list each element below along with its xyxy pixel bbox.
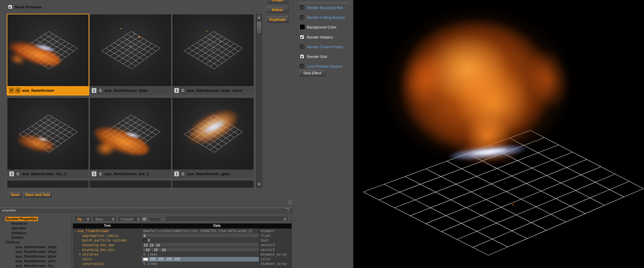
properties-toolbar: Up ▼ Back ▼ Forward ▼ Search: ▼	[73, 216, 292, 222]
save-and-test-button[interactable]: Save and Test	[23, 192, 52, 198]
duplicate-button[interactable]: Duplicate	[266, 16, 288, 23]
attribute-row[interactable]: +children 6 items element_array	[73, 252, 292, 257]
dropdown-arrow-icon[interactable]: ▼	[86, 217, 90, 221]
dropdown-arrow-icon[interactable]: ▼	[136, 217, 140, 221]
particle-preview-image	[7, 98, 89, 170]
tree-item-child[interactable]: asw_flamethrower_pilot	[0, 259, 71, 264]
attribute-row[interactable]: constraints 0 items element_array	[73, 262, 292, 266]
search-icon[interactable]	[142, 217, 147, 221]
viewport-3d[interactable]	[353, 0, 644, 268]
attribute-row[interactable]: aggregation radius 0 float	[73, 233, 292, 238]
checkbox[interactable]	[300, 45, 304, 49]
option-render-helpers[interactable]: ✔ Render Helpers	[294, 35, 353, 41]
particle-item-clipped[interactable]	[7, 181, 89, 188]
tree-item-emitter[interactable]: Emitter	[0, 236, 71, 240]
particle-item-fire-2[interactable]: 1 C asw_flamethrower_fire_2	[90, 98, 171, 178]
option-render-control-points[interactable]: Render Control Points	[294, 44, 353, 50]
option-background-color[interactable]: Background Color	[294, 24, 353, 30]
expander-icon[interactable]: -	[1, 217, 3, 221]
value-field[interactable]: -10 -10 -10	[142, 248, 259, 252]
tree-item-child[interactable]: asw_flamethrower_drips	[0, 245, 71, 250]
value-field[interactable]: 0	[142, 234, 259, 238]
scroll-down-icon[interactable]: ▼	[257, 182, 262, 187]
search-input[interactable]: ▼	[166, 217, 287, 222]
particle-badge: C	[180, 88, 185, 93]
particle-item-label-bar: P G asw_flamethrower	[7, 86, 89, 95]
attribute-row[interactable]: -asw_flamethrower DmeParticleSystemDefin…	[73, 229, 292, 233]
tree-item-children[interactable]: -Children	[0, 240, 71, 245]
back-dropdown[interactable]: Back ▼	[94, 217, 116, 222]
tree-item-child[interactable]: asw_flamethrower_fire_	[0, 264, 71, 268]
checkbox[interactable]	[300, 64, 304, 68]
properties-window: properties × -System Properties Renderer…	[0, 208, 292, 268]
search-label: Search:	[149, 217, 161, 221]
particle-preview-image	[90, 98, 171, 170]
stop-effect-button[interactable]: Stop Effect	[299, 70, 325, 76]
attribute-row[interactable]: bounding_box_max 10 10 10 vector3	[73, 243, 292, 248]
tree-item-initializer[interactable]: Initializer	[0, 231, 71, 236]
particle-item-asw-flamethrower[interactable]: P G asw_flamethrower	[7, 14, 89, 95]
checkbox-check-icon[interactable]: ✔	[300, 35, 304, 39]
checkbox[interactable]	[143, 239, 146, 242]
wireframe-grid	[90, 15, 171, 86]
color-swatch[interactable]	[300, 24, 305, 30]
scrollbar-thumb[interactable]	[257, 21, 262, 34]
checkbox[interactable]	[300, 15, 304, 19]
expander-icon[interactable]: +	[79, 252, 81, 257]
particle-item-label-bar: 1 C asw_flamethrower_drips_nocol	[172, 86, 254, 95]
attribute-rows: -asw_flamethrower DmeParticleSystemDefin…	[73, 229, 292, 266]
particle-name: asw_flamethrower_drips_nocol	[187, 88, 242, 92]
option-label: Render Helpers	[307, 35, 333, 39]
up-dropdown[interactable]: Up ▼	[75, 217, 91, 222]
particle-item-clipped[interactable]	[90, 181, 171, 188]
tree-item-child[interactable]: asw_flamethrower_glow	[0, 254, 71, 259]
forward-dropdown[interactable]: Forward ▼	[119, 217, 141, 222]
option-render-grid[interactable]: ✔ Render Grid	[294, 54, 353, 60]
checkbox[interactable]	[300, 5, 304, 10]
tree-item-operator[interactable]: Operator	[0, 226, 71, 231]
particle-badge: C	[15, 171, 20, 177]
particle-badge: 1	[9, 171, 14, 177]
dropdown-arrow-icon[interactable]: ▼	[283, 217, 287, 221]
tree-item-system-properties[interactable]: -System Properties	[0, 217, 71, 221]
particle-badge: 1	[174, 88, 179, 93]
attribute-row[interactable]: batch particle systems 0 bool	[73, 238, 292, 243]
dropdown-arrow-icon[interactable]: ▼	[111, 217, 115, 221]
option-render-bounding-box[interactable]: Render Bounding Box	[294, 5, 353, 11]
option-label: Background Color	[307, 25, 336, 29]
browser-scrollbar[interactable]: ▲ ▼	[256, 14, 262, 188]
expander-icon[interactable]: -	[1, 240, 3, 244]
particle-item-label-bar: 1 C asw_flamethrower_fire_1	[7, 170, 89, 178]
value-field[interactable]: 10 10 10	[142, 243, 259, 247]
tree-item-renderer[interactable]: Renderer	[0, 221, 71, 226]
particle-item-clipped[interactable]	[172, 181, 254, 188]
option-lock-preview-system[interactable]: Lock Preview System	[294, 64, 353, 70]
resize-grip[interactable]	[288, 200, 292, 204]
option-render-culling-bounds[interactable]: Render Culling Bounds	[294, 15, 353, 21]
particle-preview-image	[90, 14, 171, 86]
particle-item-fire-1[interactable]: 1 C asw_flamethrower_fire_1	[7, 98, 89, 178]
properties-tree: -System Properties Renderer Operator Ini…	[0, 217, 72, 268]
wireframe-grid	[173, 98, 254, 170]
particle-name: asw_flamethrower_fire_1	[22, 172, 66, 176]
checkbox-check-icon[interactable]: ✔	[300, 54, 304, 59]
particle-badge: 1	[92, 88, 97, 93]
attribute-row[interactable]: bounding_box_min -10 -10 -10 vector3	[73, 248, 292, 252]
particle-badge: 1	[92, 171, 97, 177]
create-button[interactable]: Create	[266, 0, 288, 3]
properties-title-bar[interactable]: properties ×	[0, 208, 292, 213]
close-icon[interactable]: ×	[285, 208, 290, 213]
particle-item-glow[interactable]: 1 C asw_flamethrower_glow	[172, 98, 254, 178]
tree-item-child[interactable]: asw_flamethrower_drips	[0, 250, 71, 254]
delete-button[interactable]: Delete	[266, 7, 288, 13]
option-label: Render Bounding Box	[307, 6, 343, 10]
wireframe-grid	[173, 15, 254, 86]
particle-item-label-bar: 1 C asw_flamethrower_glow	[172, 170, 254, 178]
expander-icon[interactable]: -	[74, 229, 76, 233]
save-button[interactable]: Save	[9, 192, 21, 198]
color-swatch[interactable]	[143, 258, 148, 261]
attribute-row-selected[interactable]: color 255 255 255 255 color	[73, 257, 292, 262]
scroll-up-icon[interactable]: ▲	[257, 15, 262, 20]
particle-item-drips[interactable]: 1 C asw_flamethrower_drips	[90, 14, 171, 95]
particle-item-drips-nocol[interactable]: 1 C asw_flamethrower_drips_nocol	[172, 14, 254, 95]
